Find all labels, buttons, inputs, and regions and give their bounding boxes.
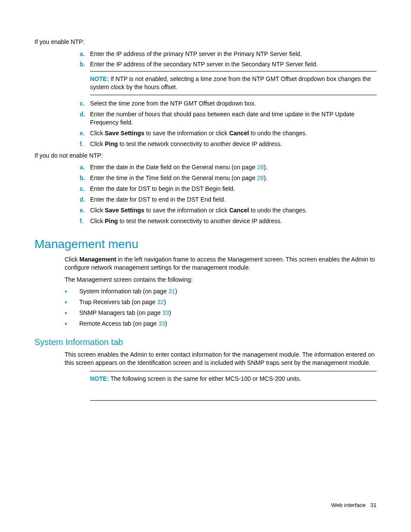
list-text: Click Ping to test the network connectiv… [90,140,377,148]
list-text: Enter the IP address of the primary NTP … [90,50,377,58]
mgmt-para-1: Click Management in the left navigation … [65,255,377,272]
list-text: Enter the date in the Date field on the … [90,163,377,171]
page-footer: Web interface 31 [331,502,377,508]
bullet-icon: • [65,309,75,317]
list-text: Remote Access tab (on page 33) [75,320,377,328]
list-text: Select the time zone from the NTP GMT Of… [90,100,377,108]
note-label: NOTE: [90,75,109,82]
note-text: The following screen is the same for eit… [109,375,301,382]
page-link-31[interactable]: 31 [168,288,175,295]
list-marker: c. [80,100,90,108]
page-link-33[interactable]: 33 [159,320,165,327]
list-marker: e. [80,129,90,137]
list1-item-c: c. Select the time zone from the NTP GMT… [80,100,377,108]
page-link-33[interactable]: 33 [162,309,169,316]
list-text: Enter the date for DST to end in the DST… [90,196,377,204]
heading-system-info-tab: System Information tab [34,337,377,347]
bullet-icon: • [65,298,75,306]
intro-enable-ntp: If you enable NTP: [34,38,377,47]
list-text: Click Ping to test the network connectiv… [90,217,377,225]
list-text: Trap Receivers tab (on page 32) [75,298,377,306]
bullet-icon: • [65,320,75,328]
list-marker: a. [80,163,90,171]
bullet-item-remote: • Remote Access tab (on page 33) [65,320,377,328]
note-box-1: NOTE: If NTP is not enabled, selecting a… [90,71,377,95]
note-box-2: NOTE: The following screen is the same f… [90,371,377,401]
list-text: System Information tab (on page 31) [75,287,377,296]
list-marker: c. [80,185,90,193]
page-link-28[interactable]: 28 [257,164,264,171]
list1-item-a: a. Enter the IP address of the primary N… [80,50,377,58]
list-marker: e. [80,206,90,215]
list-text: Click Save Settings to save the informat… [90,206,377,215]
list2-item-a: a. Enter the date in the Date field on t… [80,163,377,171]
bullet-item-sysinfo: • System Information tab (on page 31) [65,287,377,296]
list1-item-f: f. Click Ping to test the network connec… [80,140,377,148]
list1-item-d: d. Enter the number of hours that should… [80,110,377,127]
list-marker: f. [80,140,90,148]
list-text: Enter the date for DST to begin in the D… [90,185,377,193]
list-text: Enter the time in the Time field on the … [90,174,377,182]
list2-item-b: b. Enter the time in the Time field on t… [80,174,377,182]
note-text: If NTP is not enabled, selecting a time … [90,75,371,90]
list2-item-c: c. Enter the date for DST to begin in th… [80,185,377,193]
mgmt-para-2: The Management screen contains the follo… [65,276,377,284]
list-text: SNMP Managers tab (on page 33) [75,309,377,317]
list-marker: d. [80,196,90,204]
list-marker: b. [80,174,90,182]
list2-item-f: f. Click Ping to test the network connec… [80,217,377,225]
list-marker: f. [80,217,90,225]
intro-no-ntp: If you do not enable NTP: [34,152,377,160]
footer-page-number: 31 [371,502,377,508]
sysinfo-para: This screen enables the Admin to enter c… [65,351,377,367]
list1-item-b: b. Enter the IP address of the secondary… [80,60,377,68]
list1-item-e: e. Click Save Settings to save the infor… [80,129,377,137]
list-text: Enter the number of hours that should pa… [90,110,377,127]
list-marker: a. [80,50,90,58]
page-link-28[interactable]: 28 [257,174,264,181]
bullet-item-trap: • Trap Receivers tab (on page 32) [65,298,377,306]
list-marker: b. [80,60,90,68]
page-link-32[interactable]: 32 [157,299,164,305]
list-marker: d. [80,110,90,127]
footer-section: Web interface [331,502,366,508]
bullet-icon: • [65,287,75,296]
bullet-item-snmp: • SNMP Managers tab (on page 33) [65,309,377,317]
list2-item-e: e. Click Save Settings to save the infor… [80,206,377,215]
list-text: Click Save Settings to save the informat… [90,129,377,137]
heading-management-menu: Management menu [34,237,377,251]
list2-item-d: d. Enter the date for DST to end in the … [80,196,377,204]
note-label: NOTE: [90,375,109,382]
list-text: Enter the IP address of the secondary NT… [90,60,377,68]
